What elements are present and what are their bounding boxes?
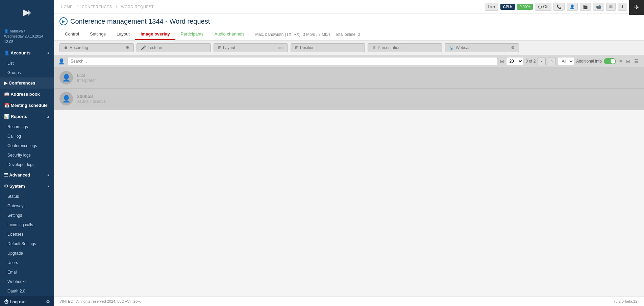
participant-row[interactable]: 👤 613 Interpreter [54, 68, 644, 89]
app-logo-icon [20, 6, 34, 20]
meeting-schedule-icon: 📅 [4, 103, 11, 108]
sidebar-item-recordings[interactable]: Recordings [0, 122, 54, 132]
developer-logs-label: Developer logs [7, 162, 34, 167]
sidebar-address-book-header[interactable]: 📖 Address book [0, 89, 54, 100]
position-button[interactable]: ⊞ Position [291, 43, 365, 52]
sidebar-advanced-header[interactable]: ☰ Advanced ▲ [0, 169, 54, 181]
system-chevron-icon: ▲ [47, 184, 50, 188]
lecturer-button[interactable]: 🎤 Lecturer [137, 43, 211, 52]
sidebar-item-developer-logs[interactable]: Developer logs [0, 160, 54, 169]
user-date: Wednesday 23.10.2024 [4, 34, 43, 38]
status-label: Status [7, 194, 19, 199]
sidebar-item-webhooks[interactable]: Webhooks [0, 277, 54, 286]
filter-select[interactable]: All [558, 57, 574, 65]
sidebar-item-settings[interactable]: Settings [0, 211, 54, 220]
position-icon: ⊞ [295, 45, 298, 50]
webcast-button[interactable]: 📡 Webcast ⚙ [445, 43, 519, 52]
next-page-button[interactable]: › [548, 57, 556, 65]
username: nabieva [10, 29, 23, 33]
sidebar-accounts-header[interactable]: 👤 Accounts ▲ [0, 47, 54, 58]
sidebar-item-email[interactable]: Email [0, 267, 54, 277]
camera-button[interactable]: 📹 [593, 3, 604, 11]
lic-button[interactable]: Lic▾ [485, 3, 498, 11]
recording-label: Recording [70, 45, 88, 50]
sidebar-meeting-schedule-header[interactable]: 📅 Meeting schedule [0, 100, 54, 111]
sidebar-item-list[interactable]: List [0, 58, 54, 68]
online-label: Total online: 0 [335, 32, 360, 37]
logout-button[interactable]: ⏻ Log out ⚙ [0, 296, 54, 306]
webcast-icon: 📡 [449, 45, 454, 50]
top-right-send-button[interactable]: ✈ [629, 0, 644, 15]
tab-participants-label: Participants [181, 31, 204, 37]
tab-control[interactable]: Control [59, 29, 84, 40]
grid-view-icon[interactable]: ⊞ [625, 58, 631, 65]
sidebar-reports-header[interactable]: 📊 Reports ▲ [0, 111, 54, 122]
upgrade-label: Upgrade [7, 251, 23, 256]
sidebar-item-licenses[interactable]: Licenses [0, 230, 54, 239]
power-button[interactable]: ⏻ Off [535, 3, 551, 11]
additional-info-toggle[interactable] [604, 58, 616, 64]
compact-view-icon[interactable]: ☰ [633, 58, 640, 65]
sidebar-item-groups[interactable]: Groups [0, 68, 54, 77]
licenses-label: Licenses [7, 232, 23, 237]
conferences-section-icon: ▶ [4, 80, 9, 86]
tab-layout[interactable]: Layout [111, 29, 135, 40]
participant-row-2[interactable]: 👤 200058 Asuna Halmova [54, 89, 644, 110]
sidebar-item-users[interactable]: Users [0, 258, 54, 267]
layout-action-button[interactable]: ⊞ Layout ⊞⊞ [214, 43, 288, 52]
participant-info-1: 613 Interpreter [77, 73, 639, 83]
list-view-icon[interactable]: ≡ [618, 58, 623, 65]
tab-image-overlay[interactable]: Image overlay [135, 29, 175, 40]
sidebar-conferences-header[interactable]: ▶ Conferences [0, 77, 54, 89]
footer-version: (3.2.0-beta.12) [614, 299, 639, 303]
sidebar-item-security-logs[interactable]: Security logs [0, 150, 54, 160]
participant-info-2: 200058 Asuna Halmova [77, 94, 639, 104]
mail-button[interactable]: ✉ [606, 3, 616, 11]
tab-layout-label: Layout [117, 31, 130, 37]
breadcrumb-conferences[interactable]: CONFERENCES [82, 5, 112, 9]
address-book-icon: 📖 [4, 92, 10, 97]
sidebar-item-status[interactable]: Status [0, 192, 54, 201]
participant-name-2: 200058 [77, 94, 639, 99]
webcast-gear-icon: ⚙ [511, 45, 515, 50]
presentation-button[interactable]: 🖥 Presentation [368, 43, 442, 52]
sidebar-item-upgrade[interactable]: Upgrade [0, 249, 54, 258]
recording-button[interactable]: ⏺ Recording ⚙ [59, 43, 134, 52]
participant-role-1: Interpreter [77, 78, 639, 83]
content-area: 👤 ⊞ 20 50 100 0 of 2 ‹ › All Additiona [54, 55, 644, 296]
conference-logs-label: Conference logs [7, 143, 37, 148]
download-button[interactable]: ⬇ [618, 3, 627, 11]
lic-label: Lic▾ [488, 4, 495, 9]
sidebar-item-gateways[interactable]: Gateways [0, 201, 54, 211]
film-button[interactable]: 🎬 [580, 3, 591, 11]
advanced-icon: ☰ [4, 172, 9, 178]
sidebar-section-system: ⚙ System ▲ Status Gateways Settings Inco… [0, 181, 54, 296]
logout-label: Log out [10, 299, 26, 304]
tab-settings-label: Settings [90, 31, 106, 37]
per-page-select[interactable]: 20 50 100 [506, 57, 523, 65]
tab-audio-channels[interactable]: Audio channels [209, 29, 250, 40]
mail-icon: ✉ [609, 4, 613, 9]
send-icon: ✈ [634, 4, 639, 11]
sidebar-item-incoming-calls[interactable]: Incoming calls [0, 220, 54, 230]
lecturer-label: Lecturer [148, 45, 163, 50]
sidebar-system-header[interactable]: ⚙ System ▲ [0, 181, 54, 192]
add-user-button[interactable]: 👤 [567, 3, 578, 11]
prev-page-button[interactable]: ‹ [538, 57, 546, 65]
grid-icon: ⊞ [500, 58, 504, 64]
logout-gear-icon[interactable]: ⚙ [46, 299, 50, 304]
tab-settings[interactable]: Settings [84, 29, 111, 40]
search-input[interactable] [68, 57, 497, 65]
sidebar-item-oauth2[interactable]: Oauth 2.0 [0, 286, 54, 296]
sidebar-item-conference-logs[interactable]: Conference logs [0, 141, 54, 150]
breadcrumb-home[interactable]: HOME [61, 5, 73, 9]
phone-button[interactable]: 📞 [553, 3, 565, 11]
tab-participants[interactable]: Participants [175, 29, 209, 40]
sidebar-item-default-settings[interactable]: Default Settings [0, 239, 54, 249]
sidebar-item-call-log[interactable]: Call log [0, 132, 54, 141]
phone-icon: 📞 [556, 4, 562, 9]
reports-label: Reports [11, 114, 27, 119]
participant-avatar-2: 👤 [59, 92, 73, 105]
position-label: Position [300, 45, 315, 50]
system-label: System [9, 184, 25, 189]
